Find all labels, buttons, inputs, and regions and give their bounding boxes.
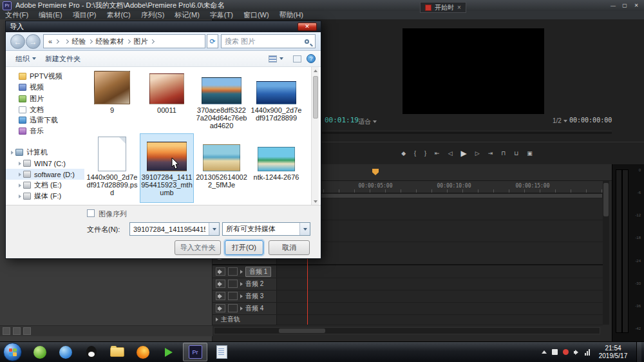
maximize-button[interactable]: ▢ (620, 2, 630, 9)
change-view-button[interactable] (264, 54, 288, 64)
position-timecode[interactable]: 00:01:19 (325, 116, 359, 124)
forward-button[interactable]: → (26, 34, 41, 49)
scroll-up-icon[interactable] (314, 70, 317, 72)
preview-pane-button[interactable] (293, 55, 301, 62)
speaker-toggle[interactable] (216, 304, 225, 312)
taskbar-item-internet-explorer[interactable] (54, 343, 77, 361)
import-folder-button[interactable]: 导入文件夹 (175, 240, 221, 255)
network-icon[interactable] (585, 349, 590, 356)
breadcrumb-overflow[interactable]: « (46, 37, 55, 45)
taskbar-clock[interactable]: 21:54 2019/5/17 (595, 345, 631, 360)
taskbar-item-premiere[interactable]: Pr (183, 343, 207, 361)
filetype-combo[interactable]: 所有可支持媒体 (222, 222, 310, 236)
menu-help[interactable]: 帮助(H) (279, 10, 303, 20)
sidebar-item-downloads[interactable]: 迅雷下载 (6, 115, 84, 126)
dialog-titlebar[interactable]: 导入 ✕ (6, 21, 321, 32)
sidebar-item-videos[interactable]: 视频 (6, 82, 84, 93)
dialog-close-button[interactable]: ✕ (298, 23, 317, 31)
start-button[interactable] (3, 343, 22, 361)
tray-security-icon[interactable] (563, 349, 569, 355)
show-desktop-button[interactable] (636, 342, 641, 362)
file-item[interactable]: 00011 (140, 67, 193, 131)
breadcrumb[interactable]: « 经验 经验素材 图片 (43, 34, 205, 48)
track-header-audio-4[interactable]: 音频 4 (213, 302, 277, 314)
taskbar-item-qq[interactable] (80, 343, 103, 361)
tree-expand-icon[interactable] (19, 173, 21, 176)
breadcrumb-item[interactable]: 图片 (131, 37, 150, 46)
panel-tab-close-icon[interactable]: × (457, 4, 461, 11)
filename-input[interactable] (130, 225, 209, 233)
speaker-toggle[interactable] (216, 280, 225, 288)
file-item[interactable]: 20130526140022_5fMJe (195, 134, 248, 202)
resolution-dropdown[interactable]: 1/2 (553, 117, 567, 124)
minimize-button[interactable]: — (608, 2, 618, 9)
scrollbar-thumb[interactable] (279, 329, 325, 333)
file-list-scrollbar[interactable] (311, 67, 319, 205)
tree-expand-icon[interactable] (19, 162, 21, 166)
file-item-selected[interactable]: 39107284_1411954415923_mthumb (140, 134, 193, 202)
collapse-track-icon[interactable] (240, 307, 243, 310)
sidebar-item-documents[interactable]: 文档 (6, 104, 84, 115)
sidebar-item-music[interactable]: 音乐 (6, 126, 84, 137)
panel-button[interactable] (23, 327, 31, 335)
collapse-track-icon[interactable] (240, 294, 243, 298)
search-input[interactable] (222, 37, 305, 45)
step-forward-button[interactable]: ▷ (475, 151, 480, 157)
extract-button[interactable]: ⊔ (514, 151, 518, 157)
lift-button[interactable]: ⊓ (501, 151, 506, 157)
mark-out-button[interactable]: } (424, 151, 426, 157)
track-lock-toggle[interactable] (228, 280, 238, 288)
filename-combo[interactable] (129, 222, 220, 236)
sidebar-item-drive-f[interactable]: 媒体 (F:) (6, 191, 84, 202)
speaker-toggle[interactable] (216, 267, 225, 276)
add-marker-button[interactable]: ◆ (401, 151, 406, 157)
sidebar-item-pictures[interactable]: 图片 (6, 93, 84, 104)
back-button[interactable]: ← (10, 34, 25, 49)
panel-button[interactable] (3, 327, 10, 335)
sidebar-item-computer[interactable]: 计算机 (6, 147, 84, 158)
work-area-bar[interactable] (277, 193, 603, 198)
floating-panel-tab[interactable]: 开始时 × (420, 2, 466, 13)
volume-icon[interactable] (574, 350, 580, 355)
export-frame-button[interactable]: ▣ (527, 151, 533, 157)
track-header-audio-2[interactable]: 音频 2 (213, 278, 277, 290)
collapse-track-icon[interactable] (240, 270, 243, 274)
cancel-button[interactable]: 取消 (269, 240, 310, 255)
help-button[interactable]: ? (307, 54, 316, 63)
refresh-button[interactable]: ⟳ (207, 34, 218, 48)
menu-window[interactable]: 窗口(W) (243, 10, 269, 20)
tree-expand-icon[interactable] (19, 195, 21, 198)
go-to-out-button[interactable]: ⇥ (488, 151, 493, 157)
menu-title[interactable]: 字幕(T) (210, 10, 233, 20)
time-ruler[interactable]: 00:00:05:00 00:00:10:00 00:00:15:00 (277, 181, 603, 193)
file-item[interactable]: 1440x900_2d7edf917d28899.psd (86, 134, 138, 202)
taskbar-item-green-browser[interactable] (28, 343, 52, 361)
collapse-track-icon[interactable] (216, 318, 218, 321)
combo-dropdown-button[interactable] (209, 223, 219, 235)
track-lock-toggle[interactable] (228, 304, 238, 312)
menu-markers[interactable]: 标记(M) (175, 10, 200, 20)
tree-expand-icon[interactable] (19, 184, 21, 187)
play-button[interactable]: ▶ (461, 149, 467, 157)
track-header-audio-1[interactable]: 音频 1 (213, 265, 277, 278)
organize-button[interactable]: 组织 (11, 53, 41, 65)
timeline-horizontal-scrollbar[interactable] (214, 327, 600, 334)
menu-clip[interactable]: 素材(C) (106, 10, 130, 20)
scrollbar-thumb[interactable] (603, 183, 609, 216)
sidebar-item-drive-e[interactable]: 文档 (E:) (6, 180, 84, 191)
image-sequence-checkbox[interactable] (87, 209, 95, 217)
taskbar-item-document-app[interactable] (210, 343, 233, 361)
breadcrumb-item[interactable]: 经验 (69, 37, 88, 46)
taskbar-item-firefox[interactable] (131, 343, 155, 361)
go-to-in-button[interactable]: ⇤ (435, 151, 440, 157)
mark-in-button[interactable]: { (414, 151, 416, 157)
timeline-vertical-scrollbar[interactable] (603, 181, 609, 325)
sidebar-item-drive-c[interactable]: WIN7 (C:) (6, 158, 84, 169)
track-header-master[interactable]: 主音轨 (213, 314, 277, 325)
file-item[interactable]: ntk-1244-2676 (250, 134, 303, 202)
speaker-toggle[interactable] (216, 292, 225, 300)
scroll-down-icon[interactable] (314, 200, 317, 203)
menu-edit[interactable]: 编辑(E) (39, 10, 62, 20)
timeline-tracks-area[interactable] (277, 198, 603, 325)
combo-dropdown-button[interactable] (299, 223, 310, 235)
